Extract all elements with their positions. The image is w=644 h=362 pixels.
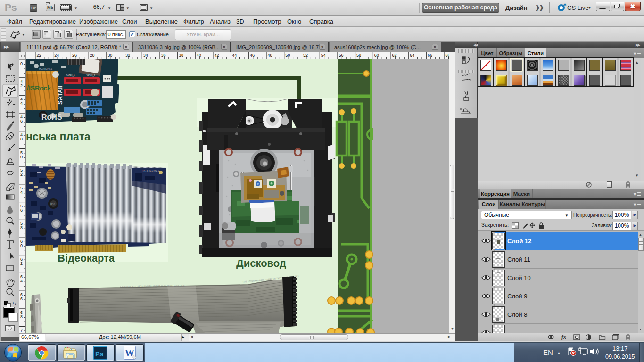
svg-text:40: 40 — [197, 53, 201, 58]
svg-text:62: 62 — [392, 53, 397, 58]
svg-text:4: 4 — [20, 101, 23, 106]
svg-text:58: 58 — [356, 53, 361, 58]
svg-text:2: 2 — [20, 172, 23, 177]
svg-text:HEATSINKS: HEATSINKS — [39, 67, 53, 70]
svg-text:8: 8 — [20, 225, 23, 230]
svg-text:SATAII: SATAII — [57, 85, 64, 105]
svg-text:42: 42 — [215, 53, 219, 58]
svg-text:6: 6 — [20, 208, 23, 213]
svg-text:8: 8 — [20, 137, 23, 141]
svg-text:R30: R30 — [50, 203, 55, 206]
svg-text:46: 46 — [250, 53, 255, 58]
svg-text:54: 54 — [321, 53, 326, 58]
svg-text:64: 64 — [410, 53, 414, 58]
svg-text:нська плата: нська плата — [26, 131, 91, 143]
svg-text:32: 32 — [125, 53, 130, 58]
svg-text:2: 2 — [20, 83, 23, 88]
svg-text:26: 26 — [72, 53, 77, 58]
svg-text:/ISRock: /ISRock — [27, 84, 51, 92]
svg-text:60: 60 — [374, 53, 379, 58]
svg-text:44: 44 — [232, 53, 237, 58]
svg-text:8: 8 — [20, 314, 23, 319]
svg-text:48: 48 — [268, 53, 272, 58]
svg-text:SATAII_3: SATAII_3 — [86, 74, 95, 77]
svg-text:0: 0 — [20, 243, 23, 248]
svg-text:34: 34 — [143, 53, 148, 58]
svg-text:36: 36 — [161, 53, 165, 58]
svg-text:4: 4 — [20, 279, 23, 283]
svg-text:50: 50 — [285, 53, 290, 58]
svg-text:24: 24 — [54, 53, 59, 58]
svg-text:38: 38 — [179, 53, 183, 58]
svg-text:Ps: Ps — [95, 350, 103, 358]
svg-text:6: 6 — [20, 296, 23, 301]
svg-text:RoHS: RoHS — [41, 113, 62, 121]
svg-text:fx: fx — [561, 334, 566, 340]
svg-text:6: 6 — [20, 119, 23, 123]
svg-text:28: 28 — [90, 53, 95, 58]
svg-text:W: W — [125, 348, 134, 358]
svg-text:SATAII_4: SATAII_4 — [66, 74, 75, 77]
svg-text:2: 2 — [20, 261, 23, 266]
svg-text:Відеокарта: Відеокарта — [58, 252, 115, 264]
svg-text:52: 52 — [303, 53, 308, 58]
svg-text:66: 66 — [428, 53, 432, 58]
svg-text:PX73 REV:M1.1: PX73 REV:M1.1 — [142, 169, 159, 172]
svg-text:0: 0 — [20, 61, 23, 66]
svg-text:22: 22 — [37, 53, 41, 58]
svg-text:4: 4 — [20, 190, 23, 195]
svg-text:56: 56 — [339, 53, 343, 58]
svg-text:0: 0 — [20, 155, 23, 159]
svg-text:Дисковод: Дисковод — [236, 257, 286, 269]
svg-text:30: 30 — [107, 53, 112, 58]
